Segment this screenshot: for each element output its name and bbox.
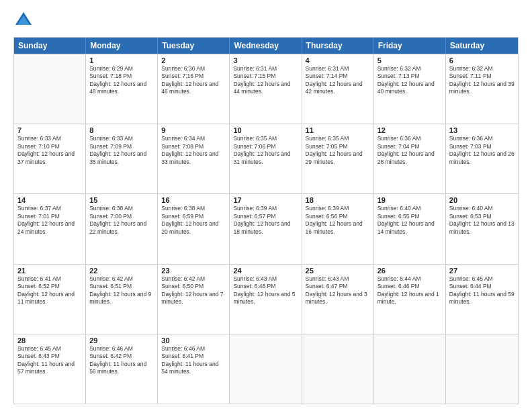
day-cell-27: 27Sunrise: 6:45 AM Sunset: 6:44 PM Dayli… [446, 265, 518, 334]
day-cell-18: 18Sunrise: 6:39 AM Sunset: 6:56 PM Dayli… [302, 194, 374, 263]
day-cell-24: 24Sunrise: 6:43 AM Sunset: 6:48 PM Dayli… [230, 265, 302, 334]
cell-info: Sunrise: 6:35 AM Sunset: 7:06 PM Dayligh… [233, 135, 298, 166]
day-number: 6 [449, 56, 515, 64]
cell-info: Sunrise: 6:36 AM Sunset: 7:03 PM Dayligh… [449, 135, 515, 166]
cell-info: Sunrise: 6:40 AM Sunset: 6:55 PM Dayligh… [378, 205, 442, 236]
empty-cell [14, 54, 86, 124]
day-number: 17 [233, 196, 298, 204]
day-number: 13 [449, 126, 515, 134]
day-number: 15 [89, 196, 154, 204]
header [13, 10, 519, 30]
cell-info: Sunrise: 6:44 AM Sunset: 6:46 PM Dayligh… [378, 275, 442, 306]
day-number: 14 [17, 196, 82, 204]
cell-info: Sunrise: 6:39 AM Sunset: 6:56 PM Dayligh… [306, 205, 370, 236]
week-row-1: 7Sunrise: 6:33 AM Sunset: 7:10 PM Daylig… [14, 124, 518, 193]
cell-info: Sunrise: 6:36 AM Sunset: 7:04 PM Dayligh… [378, 135, 442, 166]
day-cell-7: 7Sunrise: 6:33 AM Sunset: 7:10 PM Daylig… [14, 124, 86, 193]
day-number: 16 [161, 196, 226, 204]
day-cell-6: 6Sunrise: 6:32 AM Sunset: 7:11 PM Daylig… [446, 54, 518, 124]
day-cell-30: 30Sunrise: 6:46 AM Sunset: 6:41 PM Dayli… [158, 334, 230, 404]
cell-info: Sunrise: 6:41 AM Sunset: 6:52 PM Dayligh… [17, 275, 82, 306]
day-cell-8: 8Sunrise: 6:33 AM Sunset: 7:09 PM Daylig… [86, 124, 158, 193]
cell-info: Sunrise: 6:43 AM Sunset: 6:47 PM Dayligh… [306, 275, 370, 306]
day-cell-15: 15Sunrise: 6:38 AM Sunset: 7:00 PM Dayli… [86, 194, 158, 263]
day-number: 22 [89, 267, 154, 275]
day-number: 4 [306, 56, 370, 64]
day-cell-21: 21Sunrise: 6:41 AM Sunset: 6:52 PM Dayli… [14, 265, 86, 334]
day-number: 8 [89, 126, 154, 134]
header-day-monday: Monday [86, 38, 158, 54]
day-cell-29: 29Sunrise: 6:46 AM Sunset: 6:42 PM Dayli… [86, 334, 158, 404]
day-number: 29 [89, 336, 154, 345]
cell-info: Sunrise: 6:30 AM Sunset: 7:16 PM Dayligh… [161, 65, 226, 96]
day-cell-2: 2Sunrise: 6:30 AM Sunset: 7:16 PM Daylig… [158, 54, 230, 124]
cell-info: Sunrise: 6:46 AM Sunset: 6:41 PM Dayligh… [161, 345, 226, 376]
cell-info: Sunrise: 6:46 AM Sunset: 6:42 PM Dayligh… [89, 345, 154, 376]
day-cell-11: 11Sunrise: 6:35 AM Sunset: 7:05 PM Dayli… [302, 124, 374, 193]
day-number: 11 [306, 126, 370, 134]
empty-cell [230, 334, 302, 404]
cell-info: Sunrise: 6:38 AM Sunset: 6:59 PM Dayligh… [161, 205, 226, 236]
day-number: 26 [378, 267, 442, 275]
cell-info: Sunrise: 6:45 AM Sunset: 6:44 PM Dayligh… [449, 275, 515, 306]
day-number: 25 [306, 267, 370, 275]
empty-cell [302, 334, 374, 404]
day-cell-26: 26Sunrise: 6:44 AM Sunset: 6:46 PM Dayli… [374, 265, 446, 334]
day-cell-28: 28Sunrise: 6:45 AM Sunset: 6:43 PM Dayli… [14, 334, 86, 404]
day-number: 3 [233, 56, 298, 64]
day-number: 9 [161, 126, 226, 134]
day-cell-17: 17Sunrise: 6:39 AM Sunset: 6:57 PM Dayli… [230, 194, 302, 263]
cell-info: Sunrise: 6:38 AM Sunset: 7:00 PM Dayligh… [89, 205, 154, 236]
day-number: 21 [17, 267, 82, 275]
day-cell-12: 12Sunrise: 6:36 AM Sunset: 7:04 PM Dayli… [374, 124, 446, 193]
day-cell-1: 1Sunrise: 6:29 AM Sunset: 7:18 PM Daylig… [86, 54, 158, 124]
day-number: 30 [161, 336, 226, 345]
header-day-tuesday: Tuesday [158, 38, 230, 54]
cell-info: Sunrise: 6:29 AM Sunset: 7:18 PM Dayligh… [89, 65, 154, 96]
day-number: 27 [449, 267, 515, 275]
day-number: 23 [161, 267, 226, 275]
day-cell-9: 9Sunrise: 6:34 AM Sunset: 7:08 PM Daylig… [158, 124, 230, 193]
header-day-sunday: Sunday [14, 38, 86, 54]
day-cell-23: 23Sunrise: 6:42 AM Sunset: 6:50 PM Dayli… [158, 265, 230, 334]
header-day-wednesday: Wednesday [230, 38, 302, 54]
header-day-friday: Friday [374, 38, 446, 54]
day-number: 10 [233, 126, 298, 134]
day-number: 7 [17, 126, 82, 134]
calendar-body: 1Sunrise: 6:29 AM Sunset: 7:18 PM Daylig… [14, 54, 518, 404]
day-number: 1 [89, 56, 154, 64]
empty-cell [446, 334, 518, 404]
calendar-header: SundayMondayTuesdayWednesdayThursdayFrid… [14, 38, 518, 54]
day-cell-19: 19Sunrise: 6:40 AM Sunset: 6:55 PM Dayli… [374, 194, 446, 263]
day-cell-3: 3Sunrise: 6:31 AM Sunset: 7:15 PM Daylig… [230, 54, 302, 124]
day-number: 5 [378, 56, 442, 64]
week-row-4: 28Sunrise: 6:45 AM Sunset: 6:43 PM Dayli… [14, 334, 518, 404]
day-cell-16: 16Sunrise: 6:38 AM Sunset: 6:59 PM Dayli… [158, 194, 230, 263]
header-day-thursday: Thursday [302, 38, 374, 54]
cell-info: Sunrise: 6:39 AM Sunset: 6:57 PM Dayligh… [233, 205, 298, 236]
cell-info: Sunrise: 6:31 AM Sunset: 7:14 PM Dayligh… [306, 65, 370, 96]
cell-info: Sunrise: 6:31 AM Sunset: 7:15 PM Dayligh… [233, 65, 298, 96]
day-cell-25: 25Sunrise: 6:43 AM Sunset: 6:47 PM Dayli… [302, 265, 374, 334]
week-row-3: 21Sunrise: 6:41 AM Sunset: 6:52 PM Dayli… [14, 264, 518, 334]
day-cell-10: 10Sunrise: 6:35 AM Sunset: 7:06 PM Dayli… [230, 124, 302, 193]
day-cell-13: 13Sunrise: 6:36 AM Sunset: 7:03 PM Dayli… [446, 124, 518, 193]
cell-info: Sunrise: 6:45 AM Sunset: 6:43 PM Dayligh… [17, 345, 82, 376]
week-row-2: 14Sunrise: 6:37 AM Sunset: 7:01 PM Dayli… [14, 193, 518, 263]
cell-info: Sunrise: 6:43 AM Sunset: 6:48 PM Dayligh… [233, 275, 298, 306]
logo-icon [13, 10, 34, 30]
page: SundayMondayTuesdayWednesdayThursdayFrid… [0, 0, 532, 411]
cell-info: Sunrise: 6:40 AM Sunset: 6:53 PM Dayligh… [449, 205, 515, 236]
cell-info: Sunrise: 6:37 AM Sunset: 7:01 PM Dayligh… [17, 205, 82, 236]
day-cell-5: 5Sunrise: 6:32 AM Sunset: 7:13 PM Daylig… [374, 54, 446, 124]
day-number: 12 [378, 126, 442, 134]
header-day-saturday: Saturday [446, 38, 518, 54]
calendar: SundayMondayTuesdayWednesdayThursdayFrid… [13, 37, 519, 404]
day-cell-14: 14Sunrise: 6:37 AM Sunset: 7:01 PM Dayli… [14, 194, 86, 263]
week-row-0: 1Sunrise: 6:29 AM Sunset: 7:18 PM Daylig… [14, 54, 518, 124]
day-cell-20: 20Sunrise: 6:40 AM Sunset: 6:53 PM Dayli… [446, 194, 518, 263]
cell-info: Sunrise: 6:33 AM Sunset: 7:10 PM Dayligh… [17, 135, 82, 166]
cell-info: Sunrise: 6:35 AM Sunset: 7:05 PM Dayligh… [306, 135, 370, 166]
day-number: 18 [306, 196, 370, 204]
logo [13, 10, 37, 30]
